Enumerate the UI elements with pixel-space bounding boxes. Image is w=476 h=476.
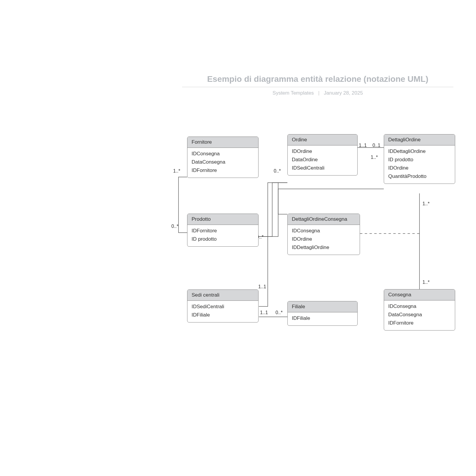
mult-ordine-in: 0..* [274, 168, 281, 174]
attr: IDConsegna [388, 302, 451, 311]
entity-consegna[interactable]: Consegna IDConsegna DataConsegna IDForni… [384, 289, 455, 331]
attr: IDDettagliOrdine [292, 243, 356, 252]
mult-ordine-right: 1..1 [359, 143, 367, 148]
entity-sedi-centrali[interactable]: Sedi centrali IDSediCentrali IDFiliale [187, 289, 259, 322]
entity-ordine-title: Ordine [288, 134, 357, 145]
attr: IDSediCentrali [192, 303, 254, 311]
attr: DataOrdine [292, 156, 353, 164]
entity-ordine-body: IDOrdine DataOrdine IDSediCentrali [288, 145, 357, 175]
mult-dettagli-list: 1..* [371, 155, 378, 160]
attr: DataConsegna [388, 311, 451, 319]
attr: IDDettagliOrdine [388, 147, 451, 156]
entity-filiale[interactable]: Filiale IDFiliale [287, 301, 358, 326]
attr: IDSediCentrali [292, 164, 353, 172]
entity-dettagli-ordine-title: DettagliOrdine [384, 134, 455, 145]
diagram-subtitle: System Templates | January 28, 2025 [182, 90, 453, 96]
entity-consegna-title: Consegna [384, 289, 455, 300]
diagram-title: Esempio di diagramma entità relazione (n… [182, 74, 453, 87]
attr: IDOrdine [388, 164, 451, 172]
entity-doc-body: IDConsegna IDOrdine IDDettagliOrdine [288, 225, 360, 255]
entity-filiale-title: Filiale [288, 301, 357, 312]
mult-sedi-filiale-left: 1..1 [260, 310, 268, 315]
mult-dettagli-down: 1..* [422, 201, 430, 206]
attr: IDFornitore [192, 227, 254, 235]
attr: IDOrdine [292, 235, 356, 243]
entity-fornitore-body: IDConsegna DataConsegna IDFornitore [187, 148, 258, 178]
entity-sedi-centrali-body: IDSediCentrali IDFiliale [187, 301, 258, 322]
mult-fornitore-bottom: 0..* [171, 224, 178, 229]
mult-consegna-up: 1..* [422, 280, 430, 285]
entity-dettagli-ordine-consegna[interactable]: DettagliOrdineConsegna IDConsegna IDOrdi… [287, 214, 360, 255]
entity-doc-title: DettagliOrdineConsegna [288, 214, 360, 225]
diagram-header: Esempio di diagramma entità relazione (n… [182, 74, 453, 96]
mult-fornitore-top: 1..* [173, 168, 180, 174]
attr: IDConsegna [292, 227, 356, 235]
attr: IDOrdine [292, 147, 353, 156]
attr: IDFornitore [192, 166, 254, 175]
attr: DataConsegna [192, 158, 254, 166]
entity-prodotto[interactable]: Prodotto IDFornitore ID prodotto [187, 214, 259, 247]
attr: ID prodotto [192, 235, 254, 243]
entity-ordine[interactable]: Ordine IDOrdine DataOrdine IDSediCentral… [287, 134, 358, 176]
attr: ID prodotto [388, 156, 451, 164]
entity-fornitore-title: Fornitore [187, 137, 258, 148]
mult-sedi-ordine: 1..1 [258, 284, 266, 289]
entity-dettagli-ordine[interactable]: DettagliOrdine IDDettagliOrdine ID prodo… [384, 134, 455, 184]
attr: IDFiliale [292, 314, 353, 322]
attr: IDConsegna [192, 150, 254, 158]
mult-sedi-filiale-right: 0..* [275, 310, 283, 315]
mult-dettagli-left: 0..1 [372, 143, 381, 148]
attr: IDFornitore [388, 319, 451, 327]
entity-fornitore[interactable]: Fornitore IDConsegna DataConsegna IDForn… [187, 137, 259, 178]
attr: QuantitàProdotto [388, 172, 451, 181]
entity-dettagli-ordine-body: IDDettagliOrdine ID prodotto IDOrdine Qu… [384, 145, 455, 184]
entity-prodotto-title: Prodotto [187, 214, 258, 225]
entity-prodotto-body: IDFornitore ID prodotto [187, 225, 258, 246]
attr: IDFiliale [192, 311, 254, 319]
entity-consegna-body: IDConsegna DataConsegna IDFornitore [384, 300, 455, 330]
subtitle-separator: | [318, 90, 319, 96]
entity-filiale-body: IDFiliale [288, 312, 357, 325]
subtitle-date: January 28, 2025 [324, 90, 363, 96]
entity-sedi-centrali-title: Sedi centrali [187, 290, 258, 301]
subtitle-author: System Templates [273, 90, 314, 96]
